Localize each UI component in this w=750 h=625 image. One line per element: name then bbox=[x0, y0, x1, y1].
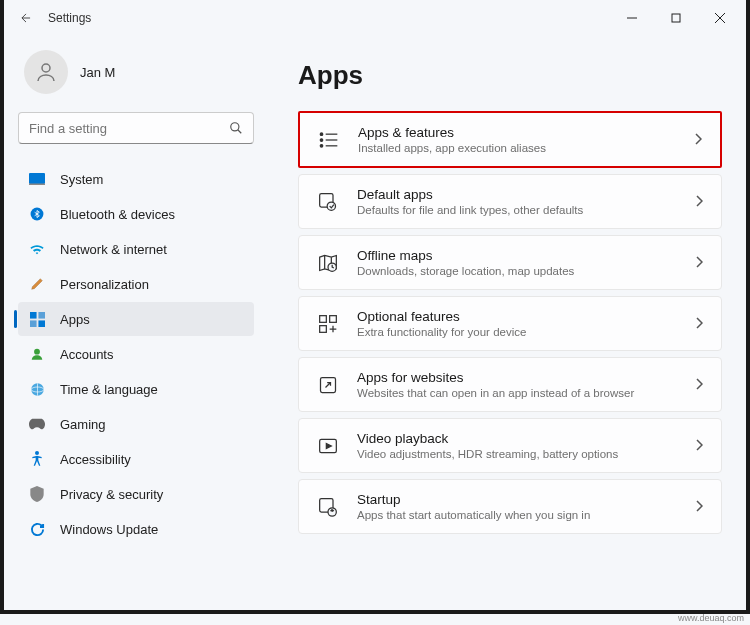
sidebar-item-network[interactable]: Network & internet bbox=[18, 232, 254, 266]
sidebar-item-label: Network & internet bbox=[60, 242, 167, 257]
card-title: Apps & features bbox=[358, 125, 694, 140]
bluetooth-icon bbox=[28, 205, 46, 223]
card-title: Apps for websites bbox=[357, 370, 695, 385]
arrow-left-icon bbox=[19, 11, 33, 25]
svg-rect-30 bbox=[320, 325, 327, 332]
sidebar-item-time-language[interactable]: Time & language bbox=[18, 372, 254, 406]
sidebar-item-privacy[interactable]: Privacy & security bbox=[18, 477, 254, 511]
svg-point-23 bbox=[320, 144, 323, 147]
back-button[interactable] bbox=[8, 0, 44, 36]
card-video-playback[interactable]: Video playback Video adjustments, HDR st… bbox=[298, 418, 722, 473]
card-subtitle: Apps that start automatically when you s… bbox=[357, 509, 695, 521]
chevron-right-icon bbox=[695, 498, 703, 516]
attribution: www.deuaq.com bbox=[678, 613, 744, 623]
sidebar-item-label: System bbox=[60, 172, 103, 187]
system-icon bbox=[28, 170, 46, 188]
username: Jan M bbox=[80, 65, 115, 80]
svg-rect-13 bbox=[38, 320, 45, 327]
svg-rect-8 bbox=[29, 184, 45, 186]
sidebar-item-label: Personalization bbox=[60, 277, 149, 292]
card-title: Default apps bbox=[357, 187, 695, 202]
sidebar-item-label: Gaming bbox=[60, 417, 106, 432]
svg-rect-29 bbox=[330, 315, 337, 322]
chevron-right-icon bbox=[695, 437, 703, 455]
avatar bbox=[24, 50, 68, 94]
svg-line-6 bbox=[238, 130, 242, 134]
sidebar-item-label: Windows Update bbox=[60, 522, 158, 537]
sidebar-item-label: Time & language bbox=[60, 382, 158, 397]
sidebar-item-accessibility[interactable]: Accessibility bbox=[18, 442, 254, 476]
sidebar-item-label: Privacy & security bbox=[60, 487, 163, 502]
card-text: Apps & features Installed apps, app exec… bbox=[358, 125, 694, 154]
card-text: Startup Apps that start automatically wh… bbox=[357, 492, 695, 521]
search-input[interactable] bbox=[29, 121, 229, 136]
maximize-button[interactable] bbox=[654, 3, 698, 33]
map-icon bbox=[317, 252, 339, 274]
card-subtitle: Installed apps, app execution aliases bbox=[358, 142, 694, 154]
window-controls bbox=[610, 3, 742, 33]
sidebar-item-label: Apps bbox=[60, 312, 90, 327]
chevron-right-icon bbox=[695, 193, 703, 211]
sidebar-item-label: Bluetooth & devices bbox=[60, 207, 175, 222]
sidebar-item-accounts[interactable]: Accounts bbox=[18, 337, 254, 371]
card-title: Video playback bbox=[357, 431, 695, 446]
sidebar-item-gaming[interactable]: Gaming bbox=[18, 407, 254, 441]
card-subtitle: Downloads, storage location, map updates bbox=[357, 265, 695, 277]
sidebar-item-bluetooth[interactable]: Bluetooth & devices bbox=[18, 197, 254, 231]
card-apps-features[interactable]: Apps & features Installed apps, app exec… bbox=[298, 111, 722, 168]
chevron-right-icon bbox=[695, 376, 703, 394]
sidebar-item-label: Accounts bbox=[60, 347, 113, 362]
sidebar-item-personalization[interactable]: Personalization bbox=[18, 267, 254, 301]
update-icon bbox=[28, 520, 46, 538]
minimize-button[interactable] bbox=[610, 3, 654, 33]
gaming-icon bbox=[28, 415, 46, 433]
search-box[interactable] bbox=[18, 112, 254, 144]
list-icon bbox=[318, 129, 340, 151]
sidebar-item-label: Accessibility bbox=[60, 452, 131, 467]
chevron-right-icon bbox=[695, 315, 703, 333]
close-icon bbox=[715, 13, 725, 23]
card-title: Offline maps bbox=[357, 248, 695, 263]
svg-rect-28 bbox=[320, 315, 327, 322]
shield-icon bbox=[28, 485, 46, 503]
search-icon bbox=[229, 121, 243, 135]
user-profile[interactable]: Jan M bbox=[18, 50, 254, 94]
sidebar-item-system[interactable]: System bbox=[18, 162, 254, 196]
card-text: Apps for websites Websites that can open… bbox=[357, 370, 695, 399]
svg-rect-11 bbox=[38, 312, 45, 319]
startup-icon bbox=[317, 496, 339, 518]
svg-rect-12 bbox=[30, 320, 37, 327]
card-offline-maps[interactable]: Offline maps Downloads, storage location… bbox=[298, 235, 722, 290]
card-startup[interactable]: Startup Apps that start automatically wh… bbox=[298, 479, 722, 534]
card-text: Video playback Video adjustments, HDR st… bbox=[357, 431, 695, 460]
maximize-icon bbox=[671, 13, 681, 23]
svg-point-14 bbox=[34, 349, 40, 355]
grid-plus-icon bbox=[317, 313, 339, 335]
card-subtitle: Defaults for file and link types, other … bbox=[357, 204, 695, 216]
svg-point-21 bbox=[320, 138, 323, 141]
sidebar-item-windows-update[interactable]: Windows Update bbox=[18, 512, 254, 546]
external-link-icon bbox=[317, 374, 339, 396]
svg-point-26 bbox=[327, 202, 335, 210]
sidebar-item-apps[interactable]: Apps bbox=[18, 302, 254, 336]
accessibility-icon bbox=[28, 450, 46, 468]
card-subtitle: Extra functionality for your device bbox=[357, 326, 695, 338]
card-default-apps[interactable]: Default apps Defaults for file and link … bbox=[298, 174, 722, 229]
card-text: Default apps Defaults for file and link … bbox=[357, 187, 695, 216]
main-content: Apps Apps & features Installed apps, app… bbox=[262, 36, 746, 610]
minimize-icon bbox=[627, 13, 637, 23]
card-apps-for-websites[interactable]: Apps for websites Websites that can open… bbox=[298, 357, 722, 412]
svg-point-5 bbox=[231, 123, 239, 131]
svg-rect-7 bbox=[29, 173, 45, 184]
svg-rect-10 bbox=[30, 312, 37, 319]
svg-point-18 bbox=[35, 451, 39, 455]
card-subtitle: Video adjustments, HDR streaming, batter… bbox=[357, 448, 695, 460]
close-button[interactable] bbox=[698, 3, 742, 33]
card-optional-features[interactable]: Optional features Extra functionality fo… bbox=[298, 296, 722, 351]
globe-icon bbox=[28, 380, 46, 398]
page-title: Apps bbox=[298, 60, 722, 91]
card-title: Startup bbox=[357, 492, 695, 507]
card-subtitle: Websites that can open in an app instead… bbox=[357, 387, 695, 399]
card-text: Optional features Extra functionality fo… bbox=[357, 309, 695, 338]
svg-point-19 bbox=[320, 132, 323, 135]
